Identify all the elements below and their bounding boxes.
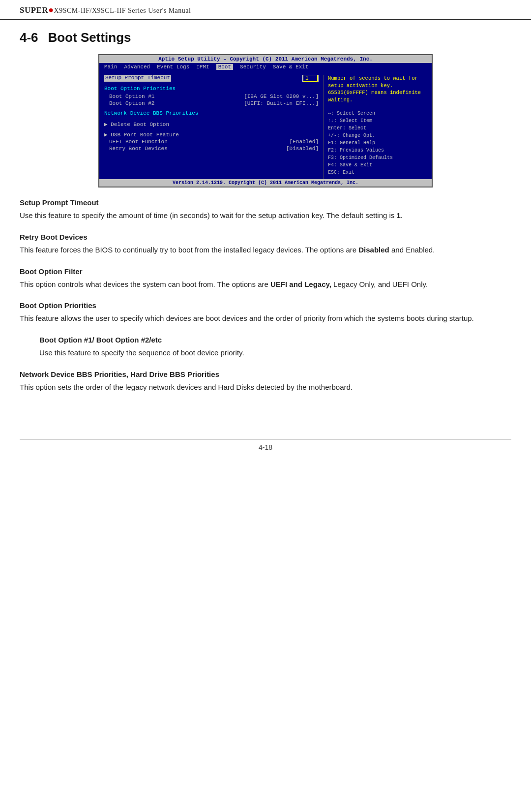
boot-option-filter-default: UEFI and Legacy, (270, 280, 331, 288)
subsection-title-boot-option-priorities: Boot Option Priorities (20, 301, 511, 310)
bios-legend-item-4: +/-: Change Opt. (328, 132, 428, 139)
subsection-setup-prompt-timeout: Setup Prompt Timeout Use this feature to… (20, 198, 511, 222)
bios-menu-main[interactable]: Main (104, 64, 117, 70)
bios-menu-bar: Main Advanced Event Logs IPMI Boot Secur… (99, 63, 432, 71)
subsection-boot-option-priorities: Boot Option Priorities This feature allo… (20, 301, 511, 325)
subsection-title-setup-prompt-timeout: Setup Prompt Timeout (20, 198, 511, 207)
bios-legend-item-2: ↑↓: Select Item (328, 117, 428, 125)
bios-legend-item-7: F3: Optimized Defaults (328, 154, 428, 161)
subsection-title-retry-boot-devices: Retry Boot Devices (20, 233, 511, 241)
bios-legend-item-5: F1: General Help (328, 139, 428, 147)
subsection-title-boot-option-filter: Boot Option Filter (20, 267, 511, 276)
brand-super: SUPER (20, 5, 48, 15)
bios-menu-save[interactable]: Save & Exit (273, 64, 309, 70)
subsection-body-setup-prompt-timeout: Use this feature to specify the amount o… (20, 210, 511, 222)
bios-legend-item-6: F2: Previous Values (328, 147, 428, 154)
bios-item-timeout-label: Setup Prompt Timeout (104, 75, 171, 82)
bios-boot-option2-value: [UEFI: Built-in EFI...] (244, 100, 319, 106)
subsection-retry-boot-devices: Retry Boot Devices This feature forces t… (20, 233, 511, 256)
bios-boot-option2-label: Boot Option #2 (109, 100, 154, 106)
section-number: 4-6 (20, 30, 38, 45)
bios-footer: Version 2.14.1219. Copyright (C) 2011 Am… (99, 179, 432, 187)
brand-dot: ● (48, 5, 54, 15)
brand: SUPER●X9SCM-IIF/X9SCL-IIF Series User's … (20, 5, 191, 15)
bios-menu-ipmi[interactable]: IPMI (196, 64, 209, 70)
bios-item-timeout-value: 1 (302, 75, 319, 82)
bios-boot-option1[interactable]: Boot Option #1 [IBA GE Slot 0200 v...] (109, 94, 319, 99)
subsection-body-boot-option-12: Use this feature to specify the sequence… (39, 347, 511, 359)
bios-boot-option1-value: [IBA GE Slot 0200 v...] (244, 94, 319, 99)
bios-retry-boot-devices[interactable]: Retry Boot Devices [Disabled] (109, 146, 319, 152)
bios-help-text: Number of seconds to wait for setup acti… (328, 75, 428, 104)
bios-body: Setup Prompt Timeout 1 Boot Option Prior… (99, 71, 432, 179)
bios-left-panel: Setup Prompt Timeout 1 Boot Option Prior… (99, 75, 324, 179)
bios-item-timeout[interactable]: Setup Prompt Timeout 1 (104, 75, 319, 82)
bios-usb-port-boot-feature[interactable]: ▶ USB Port Boot Feature (104, 131, 319, 138)
subsection-boot-option-12: Boot Option #1/ Boot Option #2/etc Use t… (20, 336, 511, 359)
bios-boot-priorities-header: Boot Option Priorities (104, 86, 319, 92)
bios-delete-boot-option[interactable]: ▶ Delete Boot Option (104, 121, 319, 127)
setup-prompt-default-value: 1 (397, 211, 401, 219)
bios-uefi-boot-function-label: UEFI Boot Function (109, 139, 168, 145)
bios-title-bar: Aptio Setup Utility – Copyright (C) 2011… (99, 55, 432, 63)
bios-legend-item-3: Enter: Select (328, 125, 428, 132)
subsection-network-device-bbs: Network Device BBS Priorities, Hard Driv… (20, 370, 511, 394)
section-title: Boot Settings (48, 30, 131, 45)
subsection-body-boot-option-filter: This option controls what devices the sy… (20, 279, 511, 291)
bios-legend-item-9: ESC: Exit (328, 169, 428, 176)
retry-boot-default: Disabled (358, 246, 389, 254)
bios-screenshot: Aptio Setup Utility – Copyright (C) 2011… (98, 54, 433, 187)
bios-right-panel: Number of seconds to wait for setup acti… (324, 75, 432, 179)
bios-retry-boot-devices-value: [Disabled] (286, 146, 319, 152)
bios-boot-option1-label: Boot Option #1 (109, 94, 154, 99)
brand-model: X9SCM-IIF/X9SCL-IIF Series User's Manual (54, 7, 191, 14)
subsection-body-boot-option-priorities: This feature allows the user to specify … (20, 312, 511, 325)
bios-boot-option2[interactable]: Boot Option #2 [UEFI: Built-in EFI...] (109, 100, 319, 106)
subsection-title-boot-option-12: Boot Option #1/ Boot Option #2/etc (39, 336, 511, 344)
page-number: 4-18 (259, 443, 272, 451)
bios-uefi-boot-function-value: [Enabled] (290, 139, 319, 145)
bios-legend-item-8: F4: Save & Exit (328, 161, 428, 169)
subsection-title-network-device-bbs: Network Device BBS Priorities, Hard Driv… (20, 370, 511, 378)
bios-network-bbs-header: Network Device BBS Priorities (104, 110, 319, 116)
bios-legend-item-1: ↔: Select Screen (328, 110, 428, 117)
bios-menu-advanced[interactable]: Advanced (124, 64, 150, 70)
page-content: 4-6Boot Settings Aptio Setup Utility – C… (0, 20, 531, 424)
page-footer: 4-18 (20, 439, 511, 451)
subsection-body-network-device-bbs: This option sets the order of the legacy… (20, 381, 511, 394)
bios-menu-eventlogs[interactable]: Event Logs (157, 64, 189, 70)
page-header: SUPER●X9SCM-IIF/X9SCL-IIF Series User's … (0, 0, 531, 20)
bios-menu-security[interactable]: Security (240, 64, 266, 70)
bios-menu-boot[interactable]: Boot (216, 64, 233, 70)
section-heading: 4-6Boot Settings (20, 30, 511, 45)
bios-legend: ↔: Select Screen ↑↓: Select Item Enter: … (328, 110, 428, 176)
bios-retry-boot-devices-label: Retry Boot Devices (109, 146, 168, 152)
bios-uefi-boot-function[interactable]: UEFI Boot Function [Enabled] (109, 139, 319, 145)
subsection-boot-option-filter: Boot Option Filter This option controls … (20, 267, 511, 291)
subsection-body-retry-boot-devices: This feature forces the BIOS to continua… (20, 244, 511, 256)
